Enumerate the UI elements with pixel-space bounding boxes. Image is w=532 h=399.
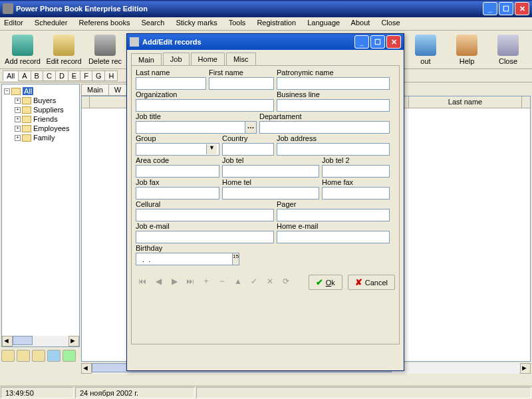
alpha-h[interactable]: H (104, 70, 118, 81)
dialog-titlebar[interactable]: Add/Edit records _ ☐ ✕ (127, 34, 404, 50)
department-input[interactable] (259, 121, 390, 134)
jobtitle-picker-button[interactable]: … (245, 121, 257, 134)
nav-cancel-icon[interactable]: ✕ (263, 277, 277, 289)
tree-item[interactable]: Friends (33, 115, 58, 123)
close-button[interactable]: Close (488, 35, 528, 65)
jobtel-input[interactable] (222, 165, 319, 178)
alpha-f[interactable]: F (80, 70, 92, 81)
homeemail-input[interactable] (277, 231, 390, 243)
group-combo[interactable]: ▼ (136, 143, 219, 156)
status-date: 24 ноября 2002 г. (75, 387, 195, 398)
jobaddress-input[interactable] (277, 143, 390, 156)
menu-referens[interactable]: Referens books (78, 19, 130, 27)
jobtel2-input[interactable] (322, 165, 390, 178)
alpha-c[interactable]: C (43, 70, 56, 81)
alpha-a[interactable]: A (18, 70, 31, 81)
menu-close[interactable]: Close (381, 19, 400, 27)
menu-sticky[interactable]: Sticky marks (176, 19, 217, 27)
firstname-input[interactable] (209, 77, 274, 90)
col-lastname[interactable]: Last name (409, 96, 522, 108)
pager-input[interactable] (277, 209, 390, 221)
expander-icon[interactable]: + (15, 116, 21, 122)
alpha-g[interactable]: G (92, 70, 106, 81)
chevron-down-icon[interactable]: ▼ (206, 144, 217, 154)
folder-icon (22, 134, 31, 142)
delete-record-button[interactable]: Delete rec (85, 35, 125, 65)
dialog-maximize-button[interactable]: ☐ (370, 35, 385, 49)
tree-tool-4[interactable] (47, 350, 61, 362)
window-maximize-button[interactable]: ☐ (499, 2, 513, 15)
tab-w[interactable]: W (108, 84, 127, 96)
edit-record-button[interactable]: Edit record (44, 35, 84, 65)
jobtitle-input[interactable] (136, 121, 245, 134)
nav-last-icon[interactable]: ⏭ (184, 277, 197, 289)
menu-tools[interactable]: Tools (229, 19, 246, 27)
nav-refresh-icon[interactable]: ⟳ (279, 277, 293, 289)
alpha-all[interactable]: All (3, 70, 19, 81)
cancel-button[interactable]: ✘Cancel (348, 275, 395, 290)
tab-job[interactable]: Job (163, 53, 190, 65)
tree-item[interactable]: Employees (33, 124, 69, 132)
dialog-minimize-button[interactable]: _ (354, 35, 369, 49)
app-icon (3, 3, 13, 14)
country-input[interactable] (222, 143, 274, 156)
tree-item[interactable]: Suppliers (33, 106, 64, 114)
menu-language[interactable]: Language (307, 19, 340, 27)
nav-first-icon[interactable]: ⏮ (136, 277, 149, 289)
folder-icon (22, 97, 31, 104)
nav-next-icon[interactable]: ▶ (168, 277, 181, 289)
expander-icon[interactable]: + (15, 135, 21, 141)
expander-icon[interactable]: + (15, 107, 21, 113)
menu-editor[interactable]: Editor (4, 19, 23, 27)
record-navigator: ⏮ ◀ ▶ ⏭ + − ▲ ✓ ✕ ⟳ ✔Ok ✘Cancel (136, 275, 395, 290)
organization-input[interactable] (136, 99, 274, 112)
calendar-button[interactable]: 15 (232, 253, 239, 265)
jobemail-input[interactable] (136, 231, 274, 243)
tree-tool-2[interactable] (17, 350, 30, 362)
ok-button[interactable]: ✔Ok (309, 275, 342, 290)
alpha-b[interactable]: B (31, 70, 43, 81)
homefax-input[interactable] (322, 187, 390, 200)
nav-post-icon[interactable]: ✓ (247, 277, 261, 289)
tab-home[interactable]: Home (191, 53, 225, 65)
menu-search[interactable]: Search (142, 19, 165, 27)
tree-hscrollbar[interactable]: ◄► (2, 336, 79, 346)
areacode-input[interactable] (136, 165, 219, 178)
help-button[interactable]: Help (447, 35, 487, 65)
window-minimize-button[interactable]: _ (483, 2, 497, 15)
tab-main[interactable]: Main (131, 53, 162, 66)
menu-registration[interactable]: Registration (257, 19, 296, 27)
tree-root[interactable]: All (23, 87, 33, 95)
patronymic-input[interactable] (277, 77, 390, 90)
tree-tool-1[interactable] (1, 350, 15, 362)
check-icon: ✔ (316, 277, 323, 287)
alpha-d[interactable]: D (55, 70, 68, 81)
jobfax-input[interactable] (136, 187, 219, 200)
nav-del-icon[interactable]: − (215, 277, 229, 289)
tab-misc[interactable]: Misc (226, 53, 256, 65)
nav-edit-icon[interactable]: ▲ (231, 277, 245, 289)
tab-main[interactable]: Main (81, 84, 109, 96)
businessline-input[interactable] (277, 99, 390, 112)
birthday-input[interactable] (136, 253, 233, 265)
categories-tree[interactable]: −All +Buyers +Suppliers +Friends +Employ… (1, 84, 80, 347)
lastname-input[interactable] (136, 77, 206, 90)
expander-icon[interactable]: + (15, 126, 21, 132)
expander-icon[interactable]: − (4, 88, 10, 94)
window-close-button[interactable]: ✕ (515, 2, 529, 15)
expander-icon[interactable]: + (15, 98, 21, 104)
menu-scheduler[interactable]: Scheduler (35, 19, 68, 27)
cellural-input[interactable] (136, 209, 274, 221)
nav-prev-icon[interactable]: ◀ (152, 277, 165, 289)
tree-tool-3[interactable] (32, 350, 45, 362)
tree-tool-5[interactable] (63, 350, 76, 362)
dialog-close-button[interactable]: ✕ (386, 35, 401, 49)
alpha-e[interactable]: E (68, 70, 80, 81)
tree-item[interactable]: Buyers (33, 96, 56, 104)
menu-about[interactable]: About (351, 19, 370, 27)
add-record-button[interactable]: Add record (3, 35, 43, 65)
about-button[interactable]: out (406, 35, 446, 65)
hometel-input[interactable] (222, 187, 319, 200)
nav-add-icon[interactable]: + (200, 277, 213, 289)
tree-item[interactable]: Family (33, 134, 55, 142)
